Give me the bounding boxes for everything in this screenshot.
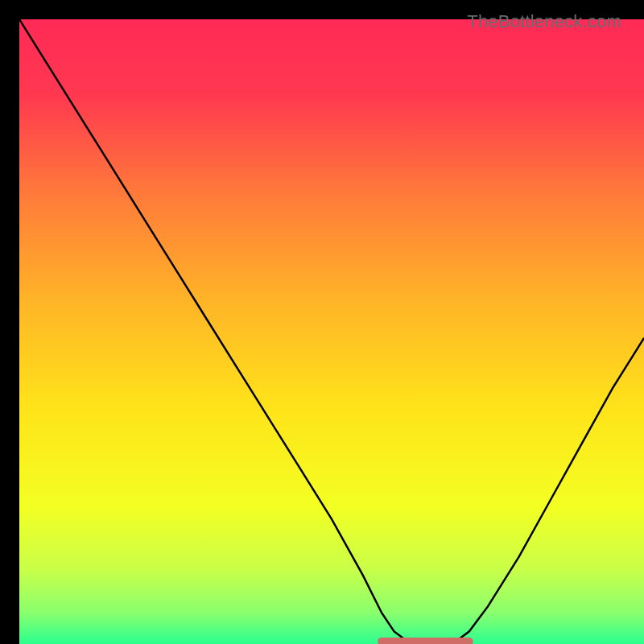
watermark-label: TheBottleneck.com [467,11,621,32]
bottleneck-chart [19,19,644,644]
plot-area [19,19,644,644]
gradient-background [19,19,644,644]
chart-frame: TheBottleneck.com [10,10,634,634]
